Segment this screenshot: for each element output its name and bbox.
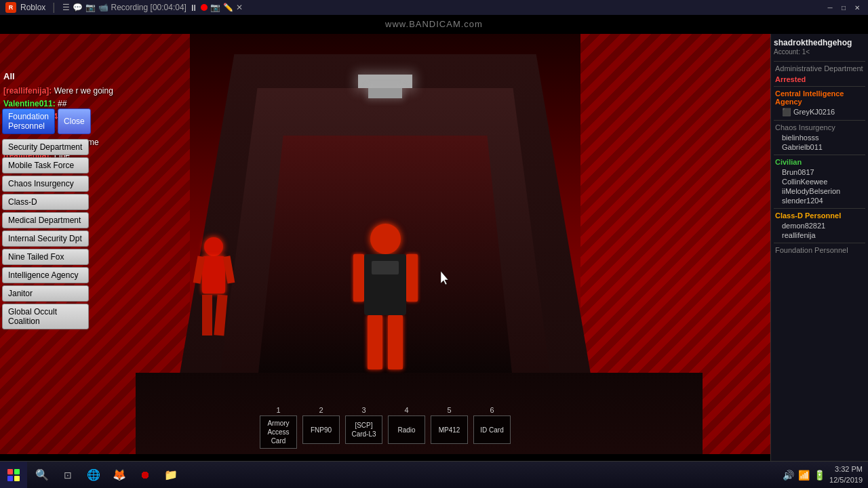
rp-player-demon[interactable]: demon82821 bbox=[774, 221, 865, 230]
tray-network: 🔊 bbox=[783, 470, 794, 481]
taskbar-firefox[interactable]: 🦊 bbox=[107, 463, 132, 487]
taskbar-record[interactable]: ⏺ bbox=[133, 463, 157, 487]
maximize-button[interactable]: □ bbox=[838, 2, 849, 13]
chat-line-1: [reallifenija]: Were r we going bbox=[3, 85, 139, 97]
hotbar-slot-4: 4 Radio bbox=[388, 406, 425, 449]
rp-category-cia: Central Intelligence Agency bbox=[774, 89, 865, 106]
close-button[interactable]: ✕ bbox=[852, 2, 863, 13]
hotbar-num-1: 1 bbox=[276, 406, 280, 414]
rp-player-collin[interactable]: CollinKeewee bbox=[774, 177, 865, 186]
rp-category-classd: Class-D Personnel bbox=[774, 211, 865, 220]
rp-username: shadrokthedhgehog bbox=[774, 38, 865, 47]
hotbar-item-3: [SCP]Card-L3 bbox=[345, 415, 382, 444]
rp-player-reallife[interactable]: reallifenija bbox=[774, 230, 865, 240]
windows-logo bbox=[7, 469, 20, 481]
rp-category-chaos: Chaos Insurgency bbox=[774, 123, 865, 131]
rp-category-foundation: Foundation Personnel bbox=[774, 246, 865, 254]
rp-player-slender[interactable]: slender1204 bbox=[774, 196, 865, 205]
chat-user-1: [reallifenija]: bbox=[3, 86, 52, 96]
rp-divider-3 bbox=[774, 120, 865, 121]
sidebar-menu: Foundation Personnel Close Security Depa… bbox=[2, 108, 90, 329]
character-main bbox=[351, 224, 419, 413]
tab-divider: | bbox=[52, 1, 55, 14]
character-left bbox=[190, 237, 237, 373]
hotbar-num-2: 2 bbox=[319, 406, 323, 414]
rp-player-gabriel[interactable]: Gabrielb011 bbox=[774, 142, 865, 152]
recording-status: ☰ 💬 📷 📹 Recording [00:04:04] ⏸ 📷 ✏️ ✕ bbox=[62, 3, 243, 13]
clock-date: 12/5/2019 bbox=[829, 475, 863, 485]
ceiling-light-2 bbox=[368, 88, 402, 98]
clock-time: 3:32 PM bbox=[829, 464, 863, 474]
taskbar-search[interactable]: 🔍 bbox=[30, 463, 54, 487]
nine-tailed-fox-button[interactable]: Nine Tailed Fox bbox=[2, 249, 89, 265]
rp-player-bielin[interactable]: bielinhosss bbox=[774, 133, 865, 142]
rp-player-iimelody[interactable]: iiMelodyBelserion bbox=[774, 186, 865, 196]
taskbar-right: 🔊 📶 🔋 3:32 PM 12/5/2019 bbox=[777, 464, 868, 485]
titlebar-left: R Roblox | ☰ 💬 📷 📹 Recording [00:04:04] … bbox=[5, 1, 243, 14]
close-menu-button[interactable]: Close bbox=[58, 108, 91, 134]
rp-divider-5 bbox=[774, 208, 865, 209]
rp-category-admin: Administrative Department bbox=[774, 64, 865, 73]
chaos-insurgency-button[interactable]: Chaos Insurgency bbox=[2, 176, 89, 192]
chat-user-2: Valentine011: bbox=[3, 99, 56, 108]
start-button[interactable] bbox=[0, 462, 27, 489]
chat-msg-1: Were r we going bbox=[54, 86, 113, 96]
medical-department-button[interactable]: Medical Department bbox=[2, 212, 89, 228]
hotbar-slot-2: 2 FNP90 bbox=[302, 406, 340, 449]
taskbar-edge[interactable]: 🌐 bbox=[81, 463, 106, 487]
roblox-logo: R bbox=[5, 2, 16, 13]
rp-category-arrested: Arrested bbox=[774, 75, 865, 83]
internal-security-button[interactable]: Internal Security Dpt bbox=[2, 230, 89, 247]
hotbar-slot-3: 3 [SCP]Card-L3 bbox=[345, 406, 382, 449]
hotbar-num-4: 4 bbox=[404, 406, 408, 414]
taskbar-files[interactable]: 📁 bbox=[159, 463, 183, 487]
rp-divider-4 bbox=[774, 155, 865, 155]
taskbar-time: 3:32 PM 12/5/2019 bbox=[829, 464, 863, 485]
rp-player-brun0817[interactable]: Brun0817 bbox=[774, 167, 865, 177]
hotbar-item-2: FNP90 bbox=[302, 415, 340, 444]
hotbar-slot-6: 6 ID Card bbox=[473, 406, 511, 449]
taskbar-task-view[interactable]: ⊡ bbox=[56, 463, 80, 487]
top-buttons: Foundation Personnel Close bbox=[2, 108, 90, 134]
rp-category-civilian: Civilian bbox=[774, 158, 865, 166]
game-canvas: All [reallifenija]: Were r we going Vale… bbox=[0, 34, 770, 454]
recording-label: Recording [00:04:04] bbox=[111, 3, 186, 12]
hotbar-item-6: ID Card bbox=[473, 415, 511, 444]
taskbar-apps: 🔍 ⊡ 🌐 🦊 ⏺ 📁 bbox=[27, 463, 777, 487]
titlebar: R Roblox | ☰ 💬 📷 📹 Recording [00:04:04] … bbox=[0, 0, 868, 15]
hotbar-num-6: 6 bbox=[490, 406, 494, 414]
hotbar-num-3: 3 bbox=[361, 406, 366, 414]
rp-divider-6 bbox=[774, 243, 865, 243]
watermark: www.BANDICAM.com bbox=[385, 19, 483, 29]
rp-account: Account: 1< bbox=[774, 48, 865, 56]
tray-volume: 📶 bbox=[798, 470, 810, 481]
hotbar-num-5: 5 bbox=[447, 406, 451, 414]
hotbar: 1 ArmoryAccessCard 2 FNP90 3 [SCP]Card-L… bbox=[260, 406, 511, 449]
chat-msg-2: ## bbox=[58, 99, 66, 108]
global-occult-button[interactable]: Global Occult Coalition bbox=[2, 304, 89, 329]
right-panel: shadrokthedhgehog Account: 1< Administra… bbox=[770, 34, 868, 488]
hotbar-slot-1: 1 ArmoryAccessCard bbox=[260, 406, 297, 449]
janitor-button[interactable]: Janitor bbox=[2, 285, 89, 302]
chat-label: All bbox=[3, 71, 15, 81]
app-title: Roblox bbox=[20, 3, 45, 12]
security-department-button[interactable]: Security Department bbox=[2, 139, 89, 155]
class-d-button[interactable]: Class-D bbox=[2, 194, 89, 210]
intelligence-agency-button[interactable]: Intelligence Agency bbox=[2, 267, 89, 283]
hotbar-item-5: MP412 bbox=[431, 415, 468, 444]
rp-player-greykj[interactable]: ⬛ GreyKJ0216 bbox=[774, 107, 865, 117]
foundation-personnel-button[interactable]: Foundation Personnel bbox=[2, 108, 55, 134]
hotbar-item-4: Radio bbox=[388, 415, 425, 444]
hotbar-item-1: ArmoryAccessCard bbox=[260, 415, 297, 449]
rp-divider-2 bbox=[774, 86, 865, 87]
tray-battery: 🔋 bbox=[814, 470, 825, 481]
titlebar-controls[interactable]: ─ □ ✕ bbox=[825, 2, 863, 13]
taskbar: 🔍 ⊡ 🌐 🦊 ⏺ 📁 🔊 📶 🔋 3:32 PM 12/5/2019 bbox=[0, 461, 868, 488]
minimize-button[interactable]: ─ bbox=[825, 2, 835, 13]
mobile-task-force-button[interactable]: Mobile Task Force bbox=[2, 157, 89, 174]
ceiling-light bbox=[358, 75, 412, 88]
hotbar-slot-5: 5 MP412 bbox=[431, 406, 468, 449]
rp-divider-1 bbox=[774, 61, 865, 62]
